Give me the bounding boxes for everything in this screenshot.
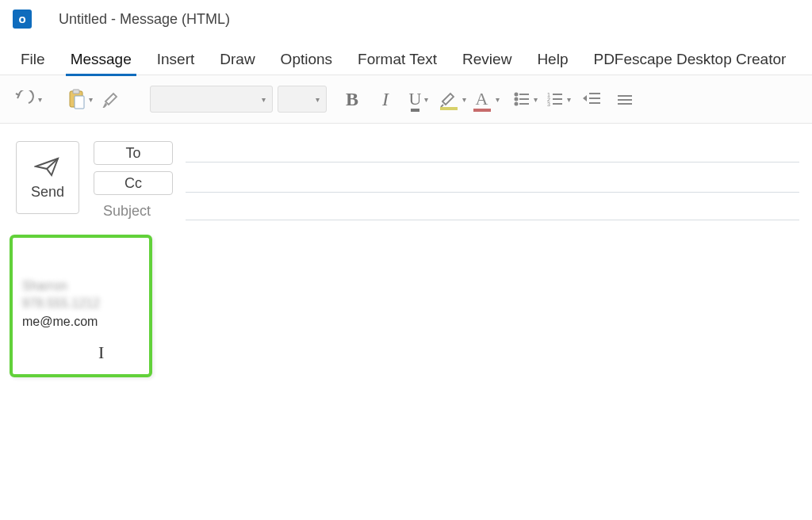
signature-highlight-box: Sharron 978.555.1212 me@me.com I [10,235,152,377]
ribbon-tab-message[interactable]: Message [66,46,136,75]
increase-indent-button[interactable] [611,83,639,115]
ribbon-tab-review[interactable]: Review [458,46,516,75]
text-cursor-icon: I [98,342,104,363]
decrease-indent-button[interactable] [577,83,606,115]
chevron-down-icon: ▾ [462,95,466,104]
signature-name-blurred: Sharron [22,277,140,295]
chevron-down-icon: ▾ [424,95,428,104]
font-family-combo[interactable]: ▾ [150,86,273,113]
ribbon-tab-pdfescape[interactable]: PDFescape Desktop Creator [588,46,791,75]
chevron-down-icon: ▾ [496,95,500,104]
svg-rect-2 [75,96,84,109]
message-body[interactable]: Sharron 978.555.1212 me@me.com I [0,220,812,377]
ribbon-toolbar: ▾ ▾ ▾ ▾ B I [0,75,812,124]
ribbon-tab-file[interactable]: File [16,46,50,75]
app-icon: o [13,10,32,29]
bullet-list-button[interactable]: ▾ [511,83,539,115]
chevron-down-icon: ▾ [262,95,266,104]
font-color-button[interactable]: A ▾ [471,83,500,115]
svg-text:3: 3 [547,101,550,107]
italic-button[interactable]: I [371,83,400,115]
chevron-down-icon: ▾ [38,95,42,104]
to-button[interactable]: To [94,141,173,165]
ribbon-tab-help[interactable]: Help [532,46,573,75]
ribbon-tab-format-text[interactable]: Format Text [353,46,442,75]
signature-email: me@me.com [22,315,140,329]
subject-label: Subject [94,203,173,220]
bold-button[interactable]: B [338,83,366,115]
send-button[interactable]: Send [16,141,79,214]
numbered-list-button[interactable]: 1 2 3 ▾ [544,83,573,115]
signature-phone-blurred: 978.555.1212 [22,295,140,312]
ribbon-tab-insert[interactable]: Insert [152,46,200,75]
chevron-down-icon: ▾ [534,95,538,104]
svg-point-3 [515,94,517,96]
ribbon-tabs: File Message Insert Draw Options Format … [0,38,812,75]
subject-field[interactable] [186,201,799,220]
ribbon-tab-options[interactable]: Options [276,46,337,75]
underline-button[interactable]: U ▾ [404,83,433,115]
ribbon-tab-draw[interactable]: Draw [215,46,259,75]
chevron-down-icon: ▾ [89,95,93,104]
svg-point-7 [515,103,517,105]
paste-button[interactable]: ▾ [65,83,94,115]
svg-point-5 [515,98,517,101]
format-painter-button[interactable] [98,83,127,115]
undo-button[interactable]: ▾ [13,83,42,115]
compose-header: Send To Cc Subject [0,124,812,220]
highlight-color-button[interactable]: ▾ [438,83,466,115]
chevron-down-icon: ▾ [316,95,320,104]
cc-field[interactable] [186,174,799,193]
title-bar: o Untitled - Message (HTML) [0,0,812,38]
cc-button[interactable]: Cc [94,171,173,195]
chevron-down-icon: ▾ [567,95,571,104]
svg-rect-1 [73,90,79,94]
window-title: Untitled - Message (HTML) [59,11,230,28]
to-field[interactable] [186,143,799,162]
font-size-combo[interactable]: ▾ [278,86,327,113]
